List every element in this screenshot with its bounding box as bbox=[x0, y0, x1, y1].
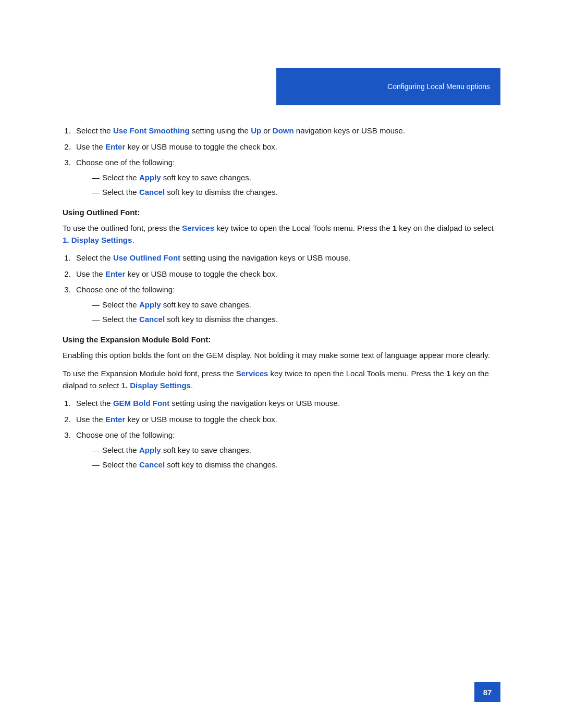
step-3-outlined: Choose one of the following: Select the … bbox=[73, 284, 500, 326]
up-link: Up bbox=[251, 126, 261, 135]
apply-link-3: Apply bbox=[139, 446, 161, 454]
outlined-dash-list: Select the Apply soft key to save change… bbox=[92, 299, 500, 326]
apply-link-2: Apply bbox=[139, 300, 161, 309]
dash-apply-2: Select the Apply soft key to save change… bbox=[92, 299, 500, 311]
apply-link-1: Apply bbox=[139, 173, 161, 182]
step-1-outlined: Select the Use Outlined Font setting usi… bbox=[73, 252, 500, 264]
services-link-2: Services bbox=[236, 369, 268, 378]
step-2-outlined: Use the Enter key or USB mouse to toggle… bbox=[73, 268, 500, 280]
step-2-expansion: Use the Enter key or USB mouse to toggle… bbox=[73, 414, 500, 426]
section-expansion-bold-font: Using the Expansion Module Bold Font: En… bbox=[63, 335, 500, 471]
display-settings-link-1: 1. Display Settings bbox=[63, 236, 132, 244]
dash-cancel-3: Select the Cancel soft key to dismiss th… bbox=[92, 459, 500, 471]
main-content: Select the Use Font Smoothing setting us… bbox=[63, 125, 500, 676]
cancel-link-3: Cancel bbox=[139, 460, 165, 469]
cancel-link-2: Cancel bbox=[139, 315, 165, 324]
page-number: 87 bbox=[483, 688, 492, 697]
step-3-expansion: Choose one of the following: Select the … bbox=[73, 429, 500, 471]
outlined-font-heading: Using Outlined Font: bbox=[63, 208, 500, 217]
gem-bold-font-link: GEM Bold Font bbox=[113, 399, 169, 408]
page-container: Configuring Local Menu options Select th… bbox=[0, 0, 563, 728]
section-outlined-font: Using Outlined Font: To use the outlined… bbox=[63, 208, 500, 326]
enter-link-2: Enter bbox=[105, 269, 125, 278]
step-1-font-smoothing: Select the Use Font Smoothing setting us… bbox=[73, 125, 500, 137]
services-link-1: Services bbox=[182, 224, 214, 232]
use-outlined-font-link: Use Outlined Font bbox=[113, 253, 180, 262]
display-settings-link-2: 1. Display Settings bbox=[121, 381, 191, 390]
page-number-box: 87 bbox=[474, 682, 500, 702]
down-link: Down bbox=[273, 126, 294, 135]
font-smoothing-steps: Select the Use Font Smoothing setting us… bbox=[73, 125, 500, 199]
outlined-font-steps: Select the Use Outlined Font setting usi… bbox=[73, 252, 500, 326]
use-font-smoothing-link: Use Font Smoothing bbox=[113, 126, 190, 135]
header-bar: Configuring Local Menu options bbox=[276, 68, 500, 105]
font-smoothing-dash-list: Select the Apply soft key to save change… bbox=[92, 172, 500, 199]
expansion-bold-font-heading: Using the Expansion Module Bold Font: bbox=[63, 335, 500, 344]
step-2-font-smoothing: Use the Enter key or USB mouse to toggle… bbox=[73, 141, 500, 153]
key-1-expansion: 1 bbox=[446, 369, 450, 378]
expansion-bold-font-intro2: To use the Expansion Module bold font, p… bbox=[63, 367, 500, 392]
step-3-font-smoothing: Choose one of the following: Select the … bbox=[73, 157, 500, 199]
dash-apply-1: Select the Apply soft key to save change… bbox=[92, 172, 500, 184]
dash-cancel-2: Select the Cancel soft key to dismiss th… bbox=[92, 314, 500, 326]
expansion-bold-font-steps: Select the GEM Bold Font setting using t… bbox=[73, 398, 500, 471]
expansion-bold-font-intro1: Enabling this option bolds the font on t… bbox=[63, 349, 500, 361]
key-1-outlined: 1 bbox=[393, 224, 397, 232]
cancel-link-1: Cancel bbox=[139, 188, 165, 196]
dash-apply-3: Select the Apply soft key to save change… bbox=[92, 445, 500, 456]
header-bar-title: Configuring Local Menu options bbox=[387, 82, 490, 91]
dash-cancel-1: Select the Cancel soft key to dismiss th… bbox=[92, 187, 500, 199]
expansion-dash-list: Select the Apply soft key to save change… bbox=[92, 445, 500, 471]
outlined-font-intro: To use the outlined font, press the Serv… bbox=[63, 222, 500, 246]
enter-link-1: Enter bbox=[105, 142, 125, 151]
enter-link-3: Enter bbox=[105, 415, 125, 424]
step-1-expansion: Select the GEM Bold Font setting using t… bbox=[73, 398, 500, 410]
section-font-smoothing: Select the Use Font Smoothing setting us… bbox=[63, 125, 500, 199]
